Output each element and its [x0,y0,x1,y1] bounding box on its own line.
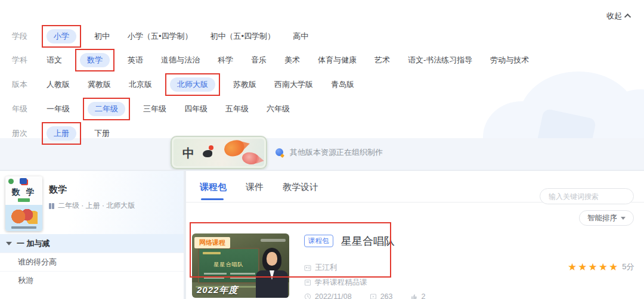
thumbnail-watermark [261,239,286,242]
board-decoration [203,252,221,254]
filter-option-grade[interactable]: 一年级 [47,104,70,114]
filter-option-edition[interactable]: 苏教版 [233,79,256,90]
search-input[interactable] [540,192,643,201]
filter-option-stage[interactable]: 初中 [94,31,110,42]
filter-label: 册次 [12,128,37,139]
author-icon [304,264,311,272]
filter-option-stage[interactable]: 高中 [293,31,308,42]
filter-row-grade: 年级 一年级 二年级 三年级 四年级 五年级 六年级 [12,102,308,116]
filter-option-subject[interactable]: 科学 [218,55,233,66]
presenter-figure [256,248,288,298]
filter-option-grade[interactable]: 二年级 [88,102,125,116]
filter-option-grade[interactable]: 四年级 [184,104,208,114]
filter-option-subject[interactable]: 数学 [80,53,110,67]
sort-button[interactable]: 智能排序 [579,210,634,226]
caret-down-icon [621,217,626,220]
filter-option-subject[interactable]: 英语 [128,55,143,66]
likes-stat: 2 [411,292,426,299]
filter-option-edition[interactable]: 北京版 [129,79,152,90]
filter-option-subject[interactable]: 劳动与技术 [490,55,529,66]
collapse-button[interactable]: 收起 [606,11,631,21]
chapter-label: 秋游 [18,275,33,286]
filter-option-volume[interactable]: 下册 [94,128,110,139]
chapter-label: 一 加与减 [17,238,50,249]
filter-option-subject[interactable]: 体育与健康 [318,55,357,66]
course-category-row: 学科课程精品课 [304,278,443,288]
cover-title: 数 学 [5,187,42,198]
filter-option-stage[interactable]: 小学（五•四学制） [128,31,193,42]
thumbnail-tag: 网络课程 [194,237,230,248]
cover-publisher-mark [11,226,36,229]
star-icon [609,262,618,272]
filter-option-edition[interactable]: 北师大版 [170,77,215,92]
filter-option-grade[interactable]: 五年级 [225,104,249,114]
tab-teaching-design[interactable]: 教学设计 [283,182,318,200]
cover-logo-icon [20,178,27,184]
filter-option-stage[interactable]: 小学 [47,29,76,43]
decorative-banner-image: 中 [171,136,267,169]
filter-option-subject[interactable]: 语文-书法练习指导 [408,55,472,66]
course-likes: 2 [422,292,426,299]
filter-option-grade[interactable]: 六年级 [267,104,290,114]
filter-option-edition[interactable]: 青岛版 [331,79,354,90]
filter-label: 学科 [12,55,37,66]
filter-option-edition[interactable]: 人教版 [47,79,70,90]
filter-option-grade[interactable]: 三年级 [143,104,166,114]
notice-text: 其他版本资源正在组织制作 [290,147,383,158]
filter-option-subject[interactable]: 道德与法治 [161,55,200,66]
course-title[interactable]: 星星合唱队 [341,234,395,248]
filter-row-subject: 学科 语文 数学 英语 道德与法治 科学 音乐 美术 体育与健康 艺术 语文-书… [12,53,547,67]
tab-bar: 课程包 课件 教学设计 [200,182,318,200]
filter-option-volume[interactable]: 上册 [47,126,76,141]
book-title: 数学 [49,184,67,195]
star-icon [578,262,587,272]
course-category: 学科课程精品课 [315,278,367,288]
star-icon [568,262,577,272]
filter-option-subject[interactable]: 艺术 [374,55,390,66]
bulb-icon [275,148,284,157]
course-stats-row: 2022/11/08 263 2 [304,292,443,299]
tab-courseware[interactable]: 课件 [246,182,264,200]
blackboard-graphic: 星星合唱队 [198,248,259,284]
banner-glyph: 中 [182,145,194,161]
content-section: 数 学 数学 二年级 · 上册 · 北师大版 一 加与减 谁的得分高 秋 [0,170,644,299]
chevron-down-icon [6,242,12,245]
filter-option-stage[interactable]: 初中（五•四学制） [210,31,275,42]
board-text-line [230,273,255,275]
books-icon [49,203,54,209]
course-thumbnail[interactable]: 星星合唱队 网络课程 2022年度 [192,233,289,298]
views-icon [370,293,377,299]
clock-icon [304,293,311,299]
filter-option-subject[interactable]: 语文 [47,55,62,66]
goldfish-icon [241,151,259,166]
filter-option-edition[interactable]: 冀教版 [88,79,111,90]
book-cover[interactable]: 数 学 [5,176,42,231]
chapter-item[interactable]: 一 加与减 [0,234,184,253]
filter-label: 学段 [12,31,37,42]
cover-illustration [10,207,38,224]
board-title: 星星合唱队 [199,261,258,269]
filter-row-edition: 版本 人教版 冀教版 北京版 北师大版 苏教版 西南大学版 青岛版 [12,77,372,92]
tab-course-package[interactable]: 课程包 [200,182,227,200]
chapter-item[interactable]: 秋游 [0,271,184,289]
filter-row-volume: 册次 上册 下册 [12,126,128,141]
filter-option-subject[interactable]: 美术 [284,55,300,66]
rating-label: 5分 [622,261,634,272]
filter-option-edition[interactable]: 西南大学版 [274,79,313,90]
filter-label: 年级 [12,104,37,114]
chapter-item[interactable]: 谁的得分高 [0,253,184,271]
course-views: 263 [380,292,393,299]
sort-label: 智能排序 [587,213,617,223]
cover-badge-icon [8,179,14,184]
chevron-up-icon [624,14,631,20]
course-date: 2022/11/08 [315,292,352,299]
board-text-line [230,277,257,279]
sidebar: 数 学 数学 二年级 · 上册 · 北师大版 一 加与减 谁的得分高 秋 [0,171,184,299]
red-dot-icon [209,145,213,150]
collapse-label: 收起 [606,11,622,21]
board-text-line [204,277,224,279]
filter-option-subject[interactable]: 音乐 [251,55,267,66]
certificate-icon [304,279,311,286]
notice: 其他版本资源正在组织制作 [275,147,383,158]
course-info: 课程包 星星合唱队 王江利 [304,234,443,299]
